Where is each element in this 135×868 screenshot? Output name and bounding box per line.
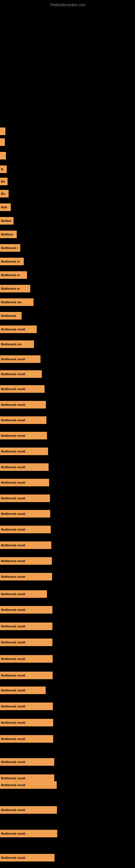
bar-label: Bottleneck result [0,590,47,598]
bar-item: Bottleneck result [0,655,53,663]
bar-item: Bottleneck result [0,590,47,598]
bar-label: Bottleneck result [0,495,50,502]
bar-label: Bottleneck result [0,672,53,679]
bar-label: Bottleneck result [0,774,54,782]
bar-label: Bottleneck result [0,432,47,439]
bar-item: Bottleneck res [0,340,34,348]
bar-item: Bottleneck result [0,622,52,630]
bar-label: Bottleneck result [0,541,51,549]
bar-label: Bottleneck res [0,340,34,348]
bar-item: Bottleneck result [0,758,54,766]
bar-label: Bottleneck result [0,370,42,378]
bar-label: Bottleneck result [0,510,50,518]
bar-label: Bottleneck result [0,447,48,455]
bar-item: Bottleneck result [0,326,37,333]
bar-item: Bottleneck result [0,573,52,581]
bar-label: Bottleneck result [0,806,57,814]
bar-item: Bottleneck res [0,299,34,306]
bar-item: Bottlen [0,217,13,225]
bar-label: Bottleneck re [0,258,24,265]
bar-item: Bottleneck result [0,781,57,789]
bar-label: Bott [0,204,11,211]
site-title: TheBottlenecker.com [50,3,85,7]
bar-item: Bottleneck result [0,355,41,363]
bar-item: Bottleneck result [0,854,54,862]
bar-label: Bottleneck result [0,622,52,630]
bar-item: Bottleneck result [0,606,52,614]
bar-item: Bottleneck result [0,774,54,782]
bar-label: Bottleneck result [0,639,52,646]
bar-label: Bottleneck [0,312,21,319]
bar-item: Bottleneck [0,312,21,319]
bar-item: Bottleneck result [0,830,57,837]
bar-label: Bottleneck result [0,355,41,363]
bar-item: Bottleneck result [0,639,52,646]
bar-item: Bottleneck result [0,806,57,814]
bar-label: Bottleneck result [0,326,37,333]
bar-label: Bottleneck result [0,758,54,766]
bar-item: Bo [0,178,8,185]
bar-item: Bottleneck result [0,719,53,726]
bar-label: Bottleneck result [0,606,52,614]
bar-item: Bottleneck result [0,385,45,393]
bar-item: Bottleneck result [0,447,48,455]
bar-item: Bottleneck result [0,510,50,518]
bar-item: Bottleneck result [0,735,53,743]
bar-label: Bottleneck result [0,781,57,789]
bar-label: Bottleneck result [0,557,52,565]
bar-item: Bottleneck result [0,557,52,565]
bar-label: Bottleneck result [0,385,45,393]
bar-label: Bottleneck result [0,573,52,581]
bar-label [0,138,5,146]
bar-label: Bottleneck result [0,854,54,862]
bar-item: Bo [0,190,9,197]
bar-label: Bottleneck result [0,735,53,743]
bar-label: Bottleneck res [0,299,34,306]
bar-item [0,138,5,146]
bar-item: Bottleneck result [0,526,51,533]
bar-item: Bottleneck re [0,271,27,279]
bar-item: Bottlene [0,230,17,238]
bar-item: Bottleneck result [0,495,50,502]
bar-label: Bottleneck result [0,655,53,663]
bar-label: Bottlen [0,217,13,225]
bar-item: Bottleneck re [0,285,30,292]
bar-item: Bottleneck r [0,244,20,252]
bar-item: B [0,165,7,173]
bar-label: Bottleneck result [0,416,46,424]
bar-item: Bott [0,204,11,211]
bar-label: Bottleneck result [0,703,53,710]
bar-label: Bottleneck result [0,526,51,533]
bar-label: Bottleneck result [0,401,46,408]
bar-label: Bottleneck result [0,719,53,726]
bar-label: Bottlene [0,230,17,238]
bar-item: Bottleneck result [0,479,49,486]
bar-item: Bottleneck result [0,703,53,710]
bar-item: Bottleneck result [0,541,51,549]
bar-item: Bottleneck result [0,370,42,378]
bar-label: Bottleneck result [0,830,57,837]
bar-label: Bottleneck re [0,285,30,292]
bar-label: Bottleneck re [0,271,27,279]
bar-label: Bottleneck result [0,686,46,694]
bar-item: Bottleneck result [0,672,53,679]
bar-item [0,127,5,135]
bar-label: Bo [0,178,8,185]
bar-label: Bottleneck result [0,463,49,471]
bar-label: B [0,165,7,173]
bar-label: Bottleneck result [0,479,49,486]
bar-item: Bottleneck re [0,258,24,265]
bar-item [0,152,6,159]
bar-label: Bottleneck r [0,244,20,252]
bar-item: Bottleneck result [0,432,47,439]
bar-item: Bottleneck result [0,463,49,471]
bar-label [0,127,5,135]
bar-label [0,152,6,159]
bar-item: Bottleneck result [0,686,46,694]
bar-label: Bo [0,190,9,197]
bar-item: Bottleneck result [0,401,46,408]
bar-item: Bottleneck result [0,416,46,424]
